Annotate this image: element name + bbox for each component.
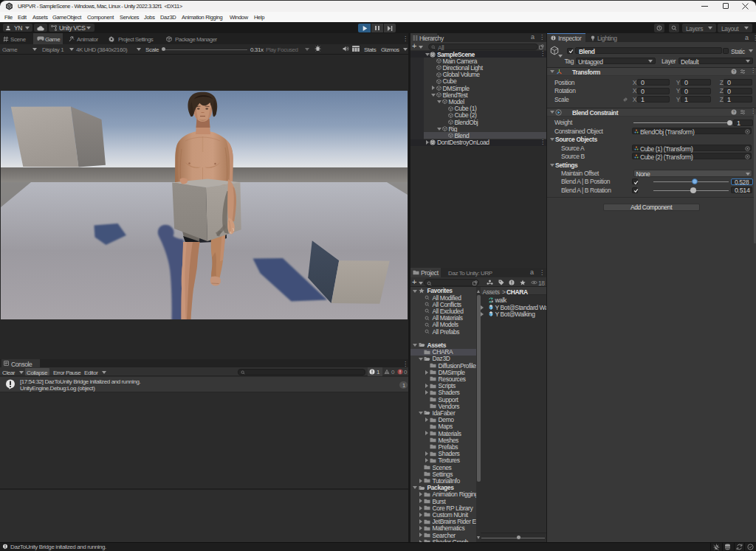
svg-text:?: ? xyxy=(733,69,735,74)
svg-text:?: ? xyxy=(733,110,735,114)
